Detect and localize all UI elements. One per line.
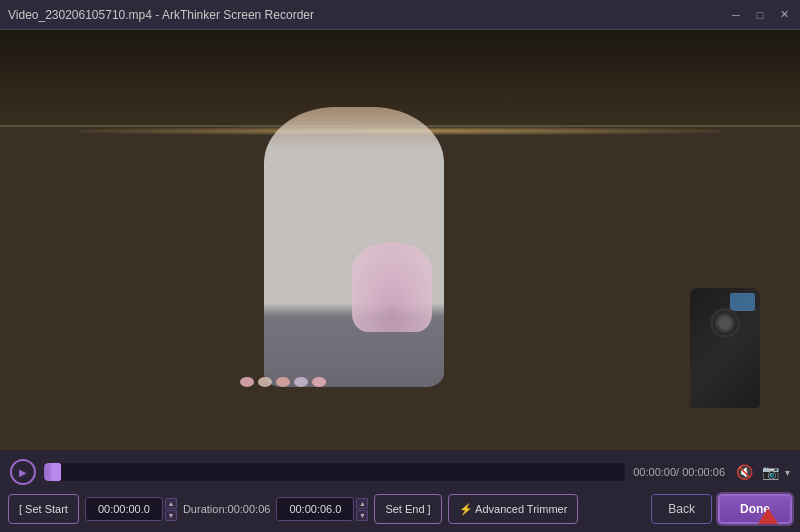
cake-element [352,242,432,332]
window-title: Video_230206105710.mp4 - ArkThinker Scre… [8,8,728,22]
macaron [312,377,326,387]
bottom-controls: ▶ 00:00:00/ 00:00:06 🔇 📷 ▾ [ Set Start ▲ [0,450,800,532]
camera-icon: 📷 [762,464,779,480]
end-time-up[interactable]: ▲ [356,498,368,509]
duration-label: Duration:00:00:06 [183,503,270,515]
timeline-handle[interactable] [51,463,61,481]
advanced-trimmer-label: ⚡ Advanced Trimmer [459,503,568,516]
timeline-row: ▶ 00:00:00/ 00:00:06 🔇 📷 ▾ [0,450,800,490]
chevron-down-icon[interactable]: ▾ [785,467,790,478]
macaron [276,377,290,387]
volume-icon: 🔇 [736,464,753,480]
time-display: 00:00:00/ 00:00:06 [633,466,725,478]
maximize-button[interactable]: □ [752,7,768,23]
camera-tripod [690,288,760,408]
set-end-label: Set End ] [385,503,430,515]
macaron [294,377,308,387]
set-start-label: [ Set Start [19,503,68,515]
camera-lens [710,308,740,338]
end-time-stepper: ▲ ▼ [356,498,368,521]
start-time-up[interactable]: ▲ [165,498,177,509]
set-end-button[interactable]: Set End ] [374,494,441,524]
done-btn-container: Done [718,494,792,524]
macaron [240,377,254,387]
end-time-down[interactable]: ▼ [356,510,368,521]
minimize-button[interactable]: ─ [728,7,744,23]
set-start-button[interactable]: [ Set Start [8,494,79,524]
close-button[interactable]: ✕ [776,7,792,23]
done-button[interactable]: Done [718,494,792,524]
end-time-input[interactable] [276,497,354,521]
back-label: Back [668,502,695,516]
volume-button[interactable]: 🔇 [733,461,755,483]
macarons [240,377,326,387]
start-time-down[interactable]: ▼ [165,510,177,521]
video-area [0,30,800,450]
start-time-group: ▲ ▼ [85,497,177,521]
title-bar: Video_230206105710.mp4 - ArkThinker Scre… [0,0,800,30]
timeline[interactable] [44,463,625,481]
video-frame [0,30,800,450]
window-controls: ─ □ ✕ [728,7,792,23]
camera-screen [730,293,755,311]
play-button[interactable]: ▶ [10,459,36,485]
macaron [258,377,272,387]
back-button[interactable]: Back [651,494,712,524]
start-time-input[interactable] [85,497,163,521]
timeline-icons: 🔇 📷 ▾ [733,461,790,483]
end-time-group: ▲ ▼ [276,497,368,521]
advanced-trimmer-button[interactable]: ⚡ Advanced Trimmer [448,494,579,524]
screenshot-button[interactable]: 📷 [759,461,781,483]
play-icon: ▶ [19,467,27,478]
controls-bar: [ Set Start ▲ ▼ Duration:00:00:06 ▲ ▼ Se… [0,490,800,532]
start-time-stepper: ▲ ▼ [165,498,177,521]
done-label: Done [740,502,770,516]
